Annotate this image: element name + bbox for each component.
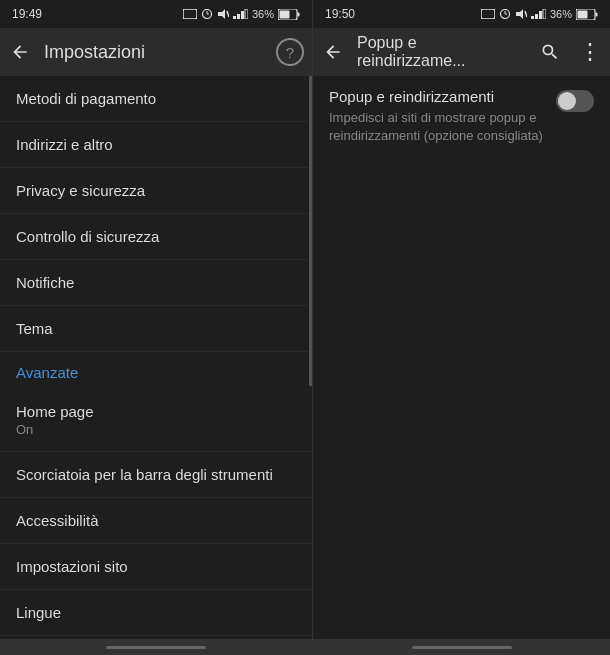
- popup-item-title: Popup e reindirizzamenti: [329, 88, 544, 105]
- right-notification-icon: [481, 9, 495, 19]
- battery-icon: [278, 9, 300, 20]
- signal-icon: [233, 9, 248, 19]
- help-button[interactable]: ?: [276, 38, 304, 66]
- settings-item-scorciatoia[interactable]: Scorciatoia per la barra degli strumenti: [0, 452, 312, 498]
- settings-item-download[interactable]: Download: [0, 636, 312, 639]
- svg-rect-8: [241, 11, 244, 19]
- scroll-bar: [309, 76, 312, 386]
- right-status-icons: 36%: [481, 8, 598, 20]
- svg-line-18: [525, 11, 527, 17]
- settings-section-avanzate: Avanzate: [0, 352, 312, 389]
- svg-rect-7: [237, 14, 240, 19]
- right-nav-pill: [412, 646, 512, 649]
- right-time: 19:50: [325, 7, 355, 21]
- svg-rect-13: [481, 9, 495, 19]
- mute-icon: [217, 9, 229, 19]
- right-signal-icon: [531, 9, 546, 19]
- left-status-bar: 19:49 36%: [0, 0, 312, 28]
- right-battery-icon: [576, 9, 598, 20]
- svg-rect-19: [531, 16, 534, 19]
- left-nav-indicator: [0, 639, 312, 655]
- settings-item-privacy[interactable]: Privacy e sicurezza: [0, 168, 312, 214]
- settings-item-accessibilita[interactable]: Accessibilità: [0, 498, 312, 544]
- left-nav-pill: [106, 646, 206, 649]
- settings-item-notifiche[interactable]: Notifiche: [0, 260, 312, 306]
- left-time: 19:49: [12, 7, 42, 21]
- svg-line-5: [227, 11, 229, 17]
- popup-section: Popup e reindirizzamenti Impedisci ai si…: [313, 76, 610, 157]
- settings-item-impostazioni-sito[interactable]: Impostazioni sito: [0, 544, 312, 590]
- svg-rect-22: [543, 9, 546, 19]
- popup-toggle[interactable]: [556, 90, 594, 112]
- svg-rect-20: [535, 14, 538, 19]
- svg-rect-12: [280, 10, 290, 18]
- svg-rect-11: [298, 12, 300, 16]
- left-page-title: Impostazioni: [44, 42, 264, 63]
- svg-rect-0: [183, 9, 197, 19]
- settings-item-homepage[interactable]: Home page On: [0, 389, 312, 452]
- svg-rect-9: [245, 9, 248, 19]
- svg-marker-4: [218, 9, 225, 19]
- right-mute-icon: [515, 9, 527, 19]
- left-top-bar: Impostazioni ?: [0, 28, 312, 76]
- right-clock-icon: [499, 9, 511, 19]
- left-back-button[interactable]: [8, 40, 32, 64]
- svg-rect-6: [233, 16, 236, 19]
- right-back-button[interactable]: [321, 40, 345, 64]
- right-battery-text: 36%: [550, 8, 572, 20]
- settings-item-controllo[interactable]: Controllo di sicurezza: [0, 214, 312, 260]
- right-top-actions: ⋮: [538, 40, 602, 64]
- clock-icon: [201, 9, 213, 19]
- search-button[interactable]: [538, 40, 562, 64]
- svg-rect-24: [596, 12, 598, 16]
- settings-list: Metodi di pagamento Indirizzi e altro Pr…: [0, 76, 312, 639]
- left-status-icons: 36%: [183, 8, 300, 20]
- settings-item-tema[interactable]: Tema: [0, 306, 312, 352]
- settings-item-lingue[interactable]: Lingue: [0, 590, 312, 636]
- popup-item-text: Popup e reindirizzamenti Impedisci ai si…: [329, 88, 544, 145]
- right-top-bar: Popup e reindirizzame... ⋮: [313, 28, 610, 76]
- svg-rect-25: [578, 10, 588, 18]
- popup-item-desc: Impedisci ai siti di mostrare popup e re…: [329, 109, 544, 145]
- more-options-button[interactable]: ⋮: [578, 40, 602, 64]
- right-status-bar: 19:50 36%: [313, 0, 610, 28]
- notification-icon: [183, 9, 197, 19]
- right-page-title: Popup e reindirizzame...: [357, 34, 526, 70]
- settings-item-indirizzi[interactable]: Indirizzi e altro: [0, 122, 312, 168]
- right-content-area: [313, 157, 610, 639]
- popup-redirects-item: Popup e reindirizzamenti Impedisci ai si…: [329, 88, 594, 145]
- battery-text: 36%: [252, 8, 274, 20]
- svg-rect-21: [539, 11, 542, 19]
- right-nav-indicator: [313, 639, 610, 655]
- svg-marker-17: [516, 9, 523, 19]
- settings-item-metodi[interactable]: Metodi di pagamento: [0, 76, 312, 122]
